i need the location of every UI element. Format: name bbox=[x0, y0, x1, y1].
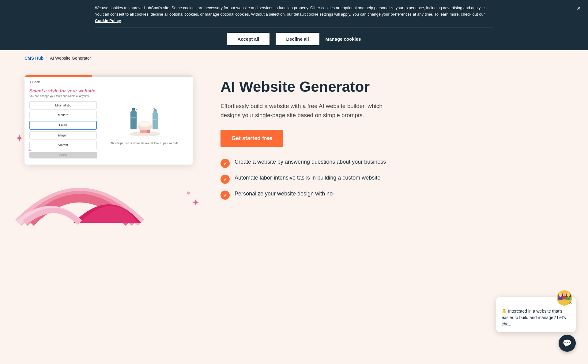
star-decoration-big: ✦ bbox=[15, 133, 24, 143]
mockup-card: Back Select a style for your website You… bbox=[24, 75, 193, 165]
chat-widget: × 👋 Interested in a website that's easie… bbox=[496, 297, 576, 352]
svg-point-23 bbox=[563, 292, 566, 296]
option-minimalistic[interactable]: Minimalistic bbox=[29, 101, 97, 110]
svg-point-20 bbox=[559, 293, 562, 297]
feature-text-3: Personalize your website design with no- bbox=[235, 190, 334, 198]
chat-popup-text: 👋 Interested in a website that's easier … bbox=[502, 308, 570, 327]
feature-item-3: Personalize your website design with no- bbox=[221, 190, 404, 200]
breadcrumb-separator: › bbox=[46, 56, 47, 61]
option-vibrant[interactable]: Vibrant bbox=[29, 141, 97, 149]
breadcrumb-current: AI Website Generator bbox=[50, 56, 91, 61]
svg-rect-15 bbox=[147, 130, 150, 133]
accept-all-button[interactable]: Accept all bbox=[227, 33, 270, 45]
star-decoration-right: ✦ bbox=[192, 198, 199, 208]
features-list: Create a website by answering questions … bbox=[221, 158, 404, 200]
mockup-illustration-panel: This helps us customize the overall look… bbox=[102, 88, 188, 158]
dot-decoration bbox=[187, 191, 190, 195]
check-icon-3 bbox=[221, 191, 230, 200]
get-started-button[interactable]: Get started free bbox=[221, 130, 283, 147]
mockup-title: Select a style for your website bbox=[29, 88, 97, 93]
mockup-options-panel: Select a style for your website You can … bbox=[29, 88, 97, 158]
svg-rect-4 bbox=[131, 117, 136, 118]
cookie-actions: Accept all Decline all Manage cookies bbox=[15, 28, 573, 45]
svg-point-9 bbox=[139, 122, 150, 126]
svg-rect-13 bbox=[153, 119, 157, 120]
svg-rect-10 bbox=[153, 113, 158, 129]
svg-point-17 bbox=[153, 108, 155, 109]
cookie-text: We use cookies to improve HubSpot's site… bbox=[95, 5, 493, 28]
option-modern[interactable]: Modern bbox=[29, 111, 97, 119]
svg-rect-21 bbox=[558, 297, 563, 300]
chat-popup: × 👋 Interested in a website that's easie… bbox=[496, 297, 576, 332]
feature-item-2: Automate labor-intensive tasks in buildi… bbox=[221, 174, 404, 184]
feature-text-1: Create a website by answering questions … bbox=[235, 158, 386, 166]
svg-rect-12 bbox=[154, 109, 156, 111]
chat-icon: 💬 bbox=[563, 339, 572, 347]
cookie-close-button[interactable]: × bbox=[577, 5, 581, 12]
mockup-back-button[interactable]: Back bbox=[24, 77, 193, 85]
mockup-illustration bbox=[125, 105, 165, 139]
cookie-policy-link[interactable]: Cookie Policy bbox=[95, 18, 121, 23]
mockup-subtitle: You can change your fonts and colors at … bbox=[29, 95, 97, 98]
svg-point-16 bbox=[136, 109, 137, 110]
star-decoration-small: ✦ bbox=[28, 147, 32, 154]
svg-point-26 bbox=[567, 293, 570, 297]
svg-rect-24 bbox=[562, 296, 567, 299]
mockup-btn-row: Finish bbox=[29, 152, 97, 158]
right-panel: AI Website Generator Effortlessly build … bbox=[221, 72, 404, 200]
mockup-finish-button[interactable]: Finish bbox=[29, 152, 97, 158]
svg-rect-3 bbox=[132, 108, 135, 110]
feature-item-1: Create a website by answering questions … bbox=[221, 158, 404, 168]
check-icon-2 bbox=[221, 175, 230, 184]
rainbow-svg bbox=[12, 158, 147, 226]
main-content: ✦ ✦ ✦ Back Select a style for your websi… bbox=[0, 66, 429, 245]
chat-open-button[interactable]: 💬 bbox=[559, 335, 576, 352]
cookie-banner: We use cookies to improve HubSpot's site… bbox=[0, 0, 588, 50]
chat-popup-close-button[interactable]: × bbox=[569, 300, 572, 306]
decline-all-button[interactable]: Decline all bbox=[276, 33, 319, 45]
breadcrumb-parent-link[interactable]: CMS Hub bbox=[24, 56, 43, 61]
manage-cookies-button[interactable]: Manage cookies bbox=[326, 36, 361, 42]
breadcrumb: CMS Hub › AI Website Generator bbox=[0, 50, 588, 66]
feature-text-2: Automate labor-intensive tasks in buildi… bbox=[235, 174, 380, 182]
option-elegant[interactable]: Elegant bbox=[29, 131, 97, 139]
svg-rect-5 bbox=[131, 120, 136, 120]
mockup-caption: This helps us customize the overall look… bbox=[111, 142, 179, 145]
mockup-body: Select a style for your website You can … bbox=[24, 85, 193, 165]
rainbow-decoration bbox=[12, 158, 184, 227]
page-description: Effortlessly build a website with a free… bbox=[221, 102, 398, 120]
option-fresh[interactable]: Fresh bbox=[29, 121, 97, 130]
cookie-description: We use cookies to improve HubSpot's site… bbox=[95, 6, 488, 17]
check-icon-1 bbox=[221, 159, 230, 168]
page-title: AI Website Generator bbox=[221, 78, 404, 95]
left-panel: ✦ ✦ ✦ Back Select a style for your websi… bbox=[24, 72, 196, 227]
